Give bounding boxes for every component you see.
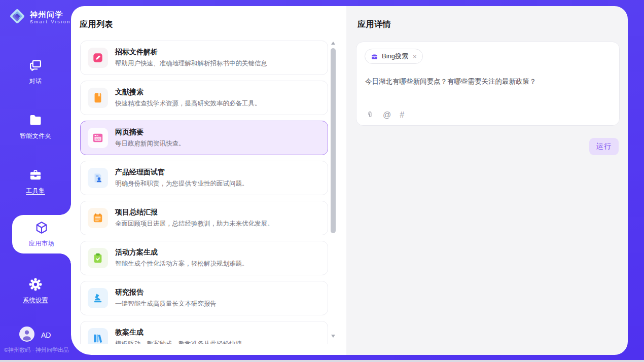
brand-subtitle: Smart Vision (30, 19, 71, 25)
sidebar-item-label: 系统设置 (23, 296, 48, 305)
app-list-title: 应用列表 (80, 19, 113, 30)
sidebar-item-label: 对话 (29, 77, 42, 86)
app-card[interactable]: </> 网页摘要 每日政府新闻资讯快查。 (80, 121, 328, 155)
app-name: 网页摘要 (115, 128, 185, 137)
app-list-pane: 应用列表 招标文件解析 帮助用户快速、准确地理解和解析招标书中的关键信息 (71, 6, 346, 355)
avatar-icon (19, 327, 34, 344)
scrollbar-thumb[interactable] (331, 48, 336, 233)
app-name: 招标文件解析 (115, 48, 267, 57)
app-window: 神州问学 Smart Vision 对话 智能文件夹 (0, 0, 644, 362)
app-card[interactable]: 文献搜索 快速精准查找学术资源，提高研究效率的必备工具。 (80, 81, 328, 115)
book-icon (88, 88, 108, 108)
brand-logo: 神州问学 Smart Vision (8, 7, 71, 27)
app-card[interactable]: 项目总结汇报 全面回顾项目进展，总结经验教训，助力未来优化发展。 (80, 201, 328, 235)
app-detail-title: 应用详情 (357, 19, 391, 30)
user-name: AD (41, 331, 51, 339)
app-description: 智能生成个性化活动方案，轻松解决规划难题。 (115, 260, 248, 268)
user-account[interactable]: AD (19, 327, 51, 344)
folder-icon (28, 113, 43, 127)
clipboard-icon (88, 248, 108, 268)
toolbox-icon (28, 168, 43, 182)
tool-chip-bing-search[interactable]: Bing搜索 × (365, 49, 423, 64)
diamond-logo-icon (8, 7, 26, 27)
app-description: 全面回顾项目进展，总结经验教训，助力未来优化发展。 (115, 220, 274, 228)
briefcase-icon (371, 53, 378, 60)
app-card[interactable]: 产品经理面试官 明确身份和职责，为您提供专业性的面试问题。 (80, 161, 328, 195)
app-description: 快速精准查找学术资源，提高研究效率的必备工具。 (115, 99, 261, 108)
sidebar: 神州问学 Smart Vision 对话 智能文件夹 (0, 0, 71, 362)
app-detail-pane: 应用详情 Bing搜索 × 今日湖北有哪些新闻要点？有哪些需要关注的最新政策？ (346, 6, 628, 355)
app-name: 活动方案生成 (115, 248, 248, 257)
brand-name: 神州问学 (30, 10, 71, 19)
interview-icon (88, 168, 108, 188)
hashtag-icon[interactable]: # (400, 111, 404, 119)
sidebar-item[interactable]: 工具集 (0, 154, 71, 209)
app-description: 模板驱动，教案秒成，教学准备从此轻松快捷 (115, 340, 242, 344)
svg-text:</>: </> (95, 137, 100, 140)
app-description: 一键智能生成高质量长文本研究报告 (115, 300, 217, 308)
run-button[interactable]: 运行 (589, 138, 619, 155)
app-card[interactable]: 教案生成 模板驱动，教案秒成，教学准备从此轻松快捷 (80, 321, 328, 344)
scroll-down-button[interactable] (330, 334, 336, 339)
list-scrollbar (330, 41, 336, 339)
app-description: 帮助用户快速、准确地理解和解析招标书中的关键信息 (115, 59, 267, 68)
app-card[interactable]: 活动方案生成 智能生成个性化活动方案，轻松解决规划难题。 (80, 241, 328, 275)
attachment-icon[interactable] (366, 111, 374, 119)
app-name: 教案生成 (115, 328, 242, 337)
books-icon (88, 328, 108, 344)
sidebar-item[interactable]: 对话 (0, 45, 71, 99)
composer-toolbar: @ # (366, 111, 404, 119)
app-name: 项目总结汇报 (115, 208, 274, 217)
sidebar-item[interactable]: 系统设置 (0, 264, 71, 318)
sidebar-item[interactable]: 智能文件夹 (0, 99, 71, 154)
summary-icon (88, 208, 108, 228)
gear-icon (28, 277, 43, 292)
chat-icon (28, 58, 43, 73)
scroll-up-button[interactable] (330, 41, 336, 46)
bottom-edge-strip (0, 360, 644, 362)
app-name: 文献搜索 (115, 88, 261, 97)
content-panel: 应用列表 招标文件解析 帮助用户快速、准确地理解和解析招标书中的关键信息 (71, 6, 628, 355)
cube-icon (34, 221, 49, 235)
chip-close-icon[interactable]: × (413, 53, 417, 60)
prompt-card: Bing搜索 × 今日湖北有哪些新闻要点？有哪些需要关注的最新政策？ @ # (356, 42, 620, 126)
app-card[interactable]: 研究报告 一键智能生成高质量长文本研究报告 (80, 281, 328, 315)
prompt-input[interactable]: 今日湖北有哪些新闻要点？有哪些需要关注的最新政策？ (365, 77, 609, 87)
sidebar-nav: 对话 智能文件夹 工具集 (0, 45, 71, 318)
app-description: 每日政府新闻资讯快查。 (115, 139, 185, 148)
sidebar-item-label: 工具集 (26, 187, 45, 195)
browser-icon: </> (88, 128, 108, 148)
app-name: 研究报告 (115, 288, 217, 297)
app-description: 明确身份和职责，为您提供专业性的面试问题。 (115, 179, 248, 188)
edit-icon (88, 48, 108, 68)
copyright-footer: ©神州数码 · 神州问学出品 (4, 346, 69, 354)
app-list: 招标文件解析 帮助用户快速、准确地理解和解析招标书中的关键信息 文献搜索 快速精… (80, 41, 328, 344)
mention-icon[interactable]: @ (383, 111, 391, 119)
sidebar-item-label: 应用市场 (29, 239, 54, 248)
microscope-icon (88, 288, 108, 308)
sidebar-item-label: 智能文件夹 (20, 132, 52, 140)
tool-chip-label: Bing搜索 (382, 52, 408, 61)
app-card[interactable]: 招标文件解析 帮助用户快速、准确地理解和解析招标书中的关键信息 (80, 41, 328, 75)
app-name: 产品经理面试官 (115, 168, 248, 177)
sidebar-item[interactable]: 应用市场 (0, 209, 71, 264)
